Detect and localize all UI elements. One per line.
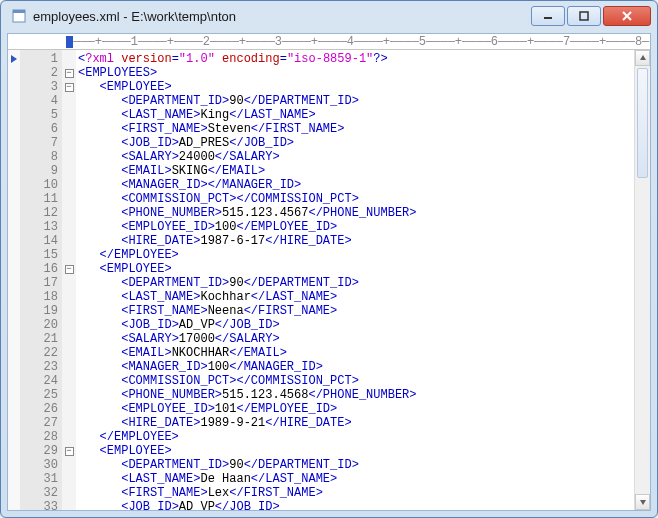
svg-rect-1 [13,10,25,13]
code-line[interactable]: <EMPLOYEE> [78,80,650,94]
code-line[interactable]: <PHONE_NUMBER>515.123.4568</PHONE_NUMBER… [78,388,650,402]
scroll-track[interactable] [635,66,650,494]
bookmark-slot[interactable] [8,444,20,458]
fold-column[interactable]: −−−− [62,50,76,510]
scroll-up-button[interactable] [635,50,650,66]
code-line[interactable]: <?xml version="1.0" encoding="iso-8859-1… [78,52,650,66]
line-number: 11 [22,192,58,206]
bookmark-slot[interactable] [8,416,20,430]
code-line[interactable]: <HIRE_DATE>1989-9-21</HIRE_DATE> [78,416,650,430]
code-line[interactable]: <LAST_NAME>Kochhar</LAST_NAME> [78,290,650,304]
bookmark-slot[interactable] [8,66,20,80]
bookmark-slot[interactable] [8,486,20,500]
current-line-arrow-icon [11,55,17,63]
code-line[interactable]: <DEPARTMENT_ID>90</DEPARTMENT_ID> [78,276,650,290]
code-line[interactable]: <LAST_NAME>De Haan</LAST_NAME> [78,472,650,486]
scroll-down-button[interactable] [635,494,650,510]
code-line[interactable]: <EMPLOYEE> [78,444,650,458]
code-line[interactable]: <DEPARTMENT_ID>90</DEPARTMENT_ID> [78,458,650,472]
titlebar[interactable]: employees.xml - E:\work\temp\nton [1,1,657,31]
bookmark-slot[interactable] [8,346,20,360]
bookmark-slot[interactable] [8,276,20,290]
bookmark-slot[interactable] [8,290,20,304]
line-number: 18 [22,290,58,304]
code-area[interactable]: <?xml version="1.0" encoding="iso-8859-1… [76,50,650,510]
code-line[interactable]: <SALARY>24000</SALARY> [78,150,650,164]
bookmark-slot[interactable] [8,164,20,178]
bookmark-slot[interactable] [8,458,20,472]
code-line[interactable]: <SALARY>17000</SALARY> [78,332,650,346]
bookmark-slot[interactable] [8,332,20,346]
code-line[interactable]: <MANAGER_ID>100</MANAGER_ID> [78,360,650,374]
window-buttons [531,6,651,26]
close-button[interactable] [603,6,651,26]
bookmark-slot[interactable] [8,178,20,192]
code-line[interactable]: <EMAIL>SKING</EMAIL> [78,164,650,178]
bookmark-slot[interactable] [8,94,20,108]
bookmark-slot[interactable] [8,402,20,416]
bookmark-column[interactable] [8,50,20,510]
code-line[interactable]: <COMMISSION_PCT></COMMISSION_PCT> [78,192,650,206]
bookmark-slot[interactable] [8,374,20,388]
bookmark-slot[interactable] [8,122,20,136]
code-line[interactable]: <COMMISSION_PCT></COMMISSION_PCT> [78,374,650,388]
bookmark-slot[interactable] [8,360,20,374]
bookmark-slot[interactable] [8,108,20,122]
line-number: 8 [22,150,58,164]
line-number: 19 [22,304,58,318]
bookmark-slot[interactable] [8,136,20,150]
code-line[interactable]: <EMPLOYEE_ID>101</EMPLOYEE_ID> [78,402,650,416]
bookmark-slot[interactable] [8,150,20,164]
line-number: 23 [22,360,58,374]
bookmark-slot[interactable] [8,430,20,444]
code-line[interactable]: <LAST_NAME>King</LAST_NAME> [78,108,650,122]
code-line[interactable]: <PHONE_NUMBER>515.123.4567</PHONE_NUMBER… [78,206,650,220]
fold-toggle [62,430,76,444]
bookmark-slot[interactable] [8,472,20,486]
bookmark-slot[interactable] [8,388,20,402]
code-line[interactable]: <JOB_ID>AD_VP</JOB_ID> [78,318,650,332]
code-line[interactable]: </EMPLOYEE> [78,430,650,444]
bookmark-slot[interactable] [8,304,20,318]
fold-toggle [62,416,76,430]
code-line[interactable]: </EMPLOYEE> [78,248,650,262]
code-line[interactable]: <EMPLOYEE> [78,262,650,276]
code-line[interactable]: <FIRST_NAME>Neena</FIRST_NAME> [78,304,650,318]
scroll-thumb[interactable] [637,68,648,178]
fold-toggle[interactable]: − [62,66,76,80]
code-line[interactable]: <FIRST_NAME>Steven</FIRST_NAME> [78,122,650,136]
bookmark-slot[interactable] [8,234,20,248]
line-number: 22 [22,346,58,360]
fold-toggle [62,332,76,346]
code-line[interactable]: <MANAGER_ID></MANAGER_ID> [78,178,650,192]
line-number-gutter[interactable]: 1234567891011121314151617181920212223242… [20,50,62,510]
bookmark-slot[interactable] [8,262,20,276]
fold-toggle[interactable]: − [62,80,76,94]
code-line[interactable]: <FIRST_NAME>Lex</FIRST_NAME> [78,486,650,500]
code-line[interactable]: <HIRE_DATE>1987-6-17</HIRE_DATE> [78,234,650,248]
line-number: 17 [22,276,58,290]
vertical-scrollbar[interactable] [634,50,650,510]
bookmark-slot[interactable] [8,500,20,510]
bookmark-slot[interactable] [8,192,20,206]
bookmark-slot[interactable] [8,206,20,220]
text-editor[interactable]: 1234567891011121314151617181920212223242… [8,50,650,510]
bookmark-slot[interactable] [8,220,20,234]
code-line[interactable]: <JOB_ID>AD_VP</JOB_ID> [78,500,650,510]
fold-toggle[interactable]: − [62,444,76,458]
line-number: 26 [22,402,58,416]
ruler-text: ·───+────1────+────2────+────3────+────4… [66,35,649,49]
code-line[interactable]: <JOB_ID>AD_PRES</JOB_ID> [78,136,650,150]
bookmark-slot[interactable] [8,248,20,262]
fold-toggle[interactable]: − [62,262,76,276]
maximize-button[interactable] [567,6,601,26]
code-line[interactable]: <EMPLOYEES> [78,66,650,80]
code-line[interactable]: <EMAIL>NKOCHHAR</EMAIL> [78,346,650,360]
bookmark-slot[interactable] [8,318,20,332]
code-line[interactable]: <EMPLOYEE_ID>100</EMPLOYEE_ID> [78,220,650,234]
bookmark-slot[interactable] [8,80,20,94]
code-line[interactable]: <DEPARTMENT_ID>90</DEPARTMENT_ID> [78,94,650,108]
fold-toggle [62,234,76,248]
bookmark-slot[interactable] [8,52,20,66]
minimize-button[interactable] [531,6,565,26]
